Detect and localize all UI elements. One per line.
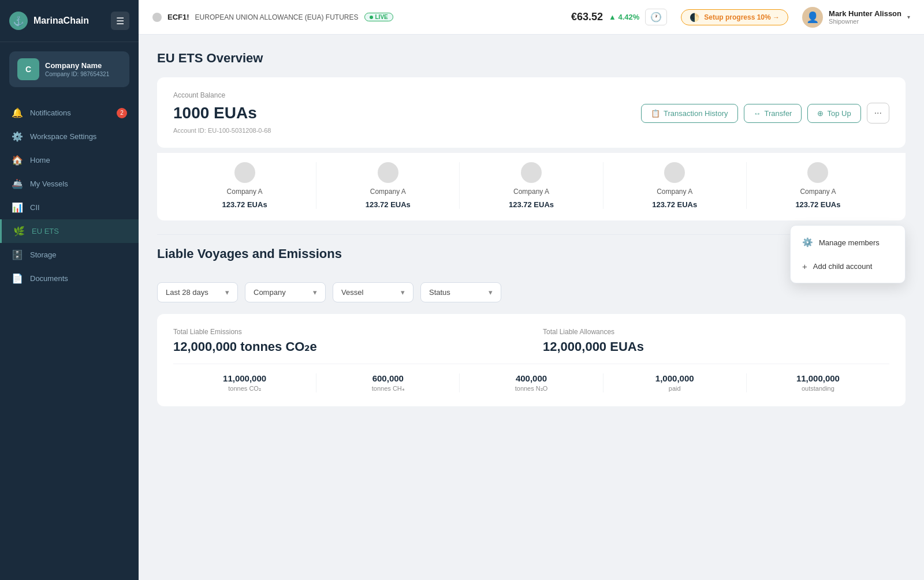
chevron-down-icon: ▾ bbox=[401, 288, 405, 297]
price-change: ▲ 4.42% bbox=[609, 13, 639, 21]
company-id: Company ID: 987654321 bbox=[45, 71, 109, 77]
outstanding-value: 11,000,000 bbox=[747, 373, 889, 383]
sidebar-header: ⚓ MarinaChain ☰ bbox=[0, 0, 139, 42]
company-filter[interactable]: Company ▾ bbox=[245, 282, 326, 302]
n2o-value: 400,000 bbox=[460, 373, 602, 383]
child-accounts-row: Company A 123.72 EUAs Company A 123.72 E… bbox=[157, 152, 906, 220]
total-liable-allowances: Total Liable Allowances 12,000,000 EUAs bbox=[543, 328, 889, 354]
topbar: ECF1! EUROPEAN UNION ALLOWANCE (EUA) FUT… bbox=[139, 0, 924, 35]
co2-value: 11,000,000 bbox=[173, 373, 316, 383]
manage-members-item[interactable]: ⚙️ Manage members bbox=[791, 230, 905, 255]
chevron-down-icon: ▾ bbox=[489, 288, 493, 297]
user-info: Mark Hunter Alisson Shipowner bbox=[829, 9, 901, 25]
topbar-right: €63.52 ▲ 4.42% 🕐 🌓 Setup progress 10% → … bbox=[571, 7, 910, 28]
top-up-icon: ⊕ bbox=[817, 109, 824, 118]
price-value: €63.52 bbox=[571, 11, 603, 23]
clock-button[interactable]: 🕐 bbox=[645, 9, 667, 25]
liable-emissions-label: Total Liable Emissions bbox=[173, 328, 520, 336]
logo-area: ⚓ MarinaChain bbox=[9, 12, 89, 30]
nav-section: 🔔 Notifications 2 ⚙️ Workspace Settings … bbox=[0, 96, 139, 580]
child-name-2: Company A bbox=[370, 188, 406, 196]
company-avatar: C bbox=[17, 58, 39, 80]
top-up-button[interactable]: ⊕ Top Up bbox=[807, 104, 860, 123]
user-profile[interactable]: 👤 Mark Hunter Alisson Shipowner ▾ bbox=[802, 7, 910, 28]
document-icon: 📄 bbox=[12, 273, 23, 284]
sub-stat-outstanding: 11,000,000 outstanding bbox=[746, 373, 889, 392]
paid-value: 1,000,000 bbox=[603, 373, 746, 383]
company-card[interactable]: C Company Name Company ID: 987654321 bbox=[9, 51, 129, 87]
page-title: EU ETS Overview bbox=[157, 51, 906, 66]
manage-members-label: Manage members bbox=[819, 238, 880, 247]
balance-actions: 📋 Transaction History ↔️ Transfer ⊕ Top … bbox=[641, 103, 889, 124]
child-name-3: Company A bbox=[513, 188, 549, 196]
balance-row: 1000 EUAs 📋 Transaction History ↔️ Trans… bbox=[173, 103, 889, 124]
storage-icon: 🗄️ bbox=[12, 249, 23, 260]
child-avatar-1 bbox=[234, 162, 255, 183]
content-area: EU ETS Overview Account Balance 1000 EUA… bbox=[139, 35, 924, 580]
sub-stat-n2o: 400,000 tonnes N₂O bbox=[459, 373, 602, 392]
sidebar-item-notifications[interactable]: 🔔 Notifications 2 bbox=[0, 101, 139, 125]
account-id: Account ID: EU-100-5031208-0-68 bbox=[173, 127, 889, 134]
sidebar-item-label: My Vessels bbox=[30, 179, 68, 188]
company-name: Company Name bbox=[45, 61, 109, 70]
sidebar-item-vessels[interactable]: 🚢 My Vessels bbox=[0, 172, 139, 196]
more-options-button[interactable]: ··· bbox=[867, 103, 889, 124]
sidebar-item-home[interactable]: 🏠 Home bbox=[0, 148, 139, 172]
sidebar: ⚓ MarinaChain ☰ C Company Name Company I… bbox=[0, 0, 139, 580]
child-account-4[interactable]: Company A 123.72 EUAs bbox=[603, 162, 746, 209]
ticker-dot bbox=[152, 13, 162, 22]
chart-icon: 📊 bbox=[12, 202, 23, 213]
sidebar-item-documents[interactable]: 📄 Documents bbox=[0, 267, 139, 290]
child-account-3[interactable]: Company A 123.72 EUAs bbox=[459, 162, 602, 209]
vessel-icon: 🚢 bbox=[12, 178, 23, 189]
live-dot-icon bbox=[370, 16, 373, 19]
child-account-2[interactable]: Company A 123.72 EUAs bbox=[316, 162, 459, 209]
sidebar-item-label: CII bbox=[30, 203, 40, 212]
sidebar-item-label: EU ETS bbox=[32, 227, 59, 235]
period-filter-value: Last 28 days bbox=[166, 288, 208, 297]
logo-icon: ⚓ bbox=[9, 12, 28, 30]
manage-members-icon: ⚙️ bbox=[802, 237, 813, 248]
child-avatar-4 bbox=[664, 162, 685, 183]
sidebar-item-cii[interactable]: 📊 CII bbox=[0, 196, 139, 219]
child-account-1[interactable]: Company A 123.72 EUAs bbox=[173, 162, 316, 209]
live-badge: LIVE bbox=[364, 13, 393, 21]
setup-progress-button[interactable]: 🌓 Setup progress 10% → bbox=[681, 9, 788, 25]
child-name-4: Company A bbox=[657, 188, 692, 196]
child-balance-3: 123.72 EUAs bbox=[509, 200, 554, 209]
emissions-card: Total Liable Emissions 12,000,000 tonnes… bbox=[157, 314, 906, 406]
home-icon: 🏠 bbox=[12, 155, 23, 166]
vessel-filter[interactable]: Vessel ▾ bbox=[333, 282, 413, 302]
sidebar-item-eu-ets[interactable]: 🌿 EU ETS bbox=[0, 219, 139, 243]
sub-stat-paid: 1,000,000 paid bbox=[603, 373, 746, 392]
history-icon: 📋 bbox=[651, 109, 660, 118]
period-filter[interactable]: Last 28 days ▾ bbox=[157, 282, 238, 302]
chevron-down-icon: ▾ bbox=[313, 288, 317, 297]
ticker-name: EUROPEAN UNION ALLOWANCE (EUA) FUTURES bbox=[195, 13, 359, 21]
voyages-title: Liable Voyages and Emissions bbox=[157, 246, 342, 261]
emissions-row: Total Liable Emissions 12,000,000 tonnes… bbox=[173, 328, 889, 354]
child-balance-4: 123.72 EUAs bbox=[652, 200, 697, 209]
child-avatar-2 bbox=[378, 162, 398, 183]
sidebar-item-storage[interactable]: 🗄️ Storage bbox=[0, 243, 139, 267]
transfer-icon: ↔️ bbox=[754, 109, 761, 118]
transfer-button[interactable]: ↔️ Transfer bbox=[744, 104, 802, 123]
setup-progress-text: Setup progress 10% → bbox=[704, 13, 780, 21]
leaf-icon: 🌿 bbox=[13, 226, 25, 237]
add-child-label: Add child account bbox=[813, 262, 873, 271]
add-child-icon: + bbox=[802, 261, 807, 271]
progress-icon: 🌓 bbox=[690, 13, 699, 22]
sidebar-item-label: Documents bbox=[30, 274, 68, 283]
sidebar-item-workspace[interactable]: ⚙️ Workspace Settings bbox=[0, 125, 139, 148]
outstanding-label: outstanding bbox=[747, 385, 889, 392]
child-balance-2: 123.72 EUAs bbox=[366, 200, 411, 209]
live-text: LIVE bbox=[375, 14, 388, 20]
add-child-account-item[interactable]: + Add child account bbox=[791, 255, 905, 278]
balance-label: Account Balance bbox=[173, 91, 889, 99]
child-account-5[interactable]: Company A 123.72 EUAs bbox=[746, 162, 889, 209]
hamburger-button[interactable]: ☰ bbox=[111, 12, 129, 30]
status-filter[interactable]: Status ▾ bbox=[420, 282, 501, 302]
transaction-history-button[interactable]: 📋 Transaction History bbox=[641, 104, 738, 123]
company-filter-value: Company bbox=[254, 288, 286, 297]
sidebar-item-label: Workspace Settings bbox=[30, 132, 96, 141]
